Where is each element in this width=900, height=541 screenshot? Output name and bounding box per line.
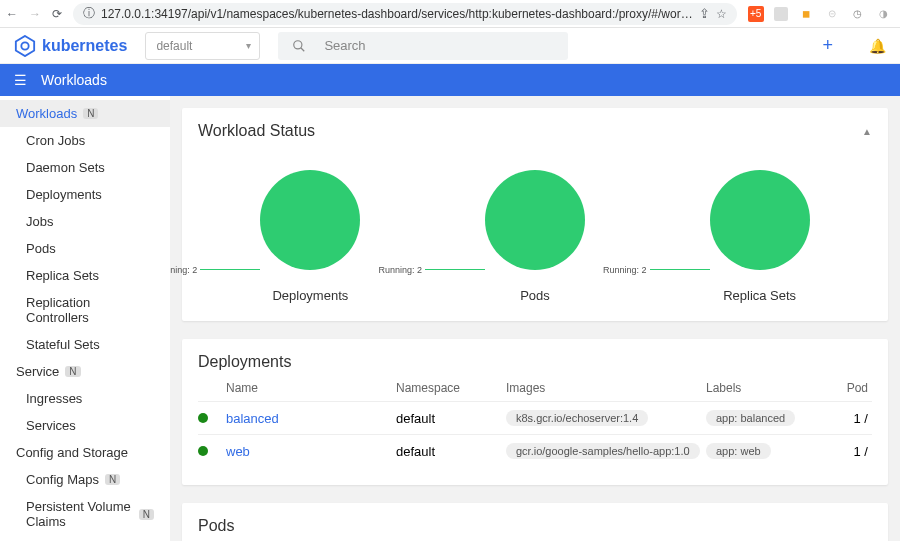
card-title: Pods [198, 517, 234, 535]
ext-icon[interactable]: ◷ [850, 6, 866, 22]
url-bar[interactable]: ⓘ 127.0.0.1:34197/api/v1/namespaces/kube… [73, 3, 737, 25]
brand[interactable]: kubernetes [14, 35, 127, 57]
status-dot-icon [198, 413, 208, 423]
main-content: Workload Status ▲ Running: 2 Deployments… [170, 96, 900, 541]
namespace-value: default [156, 39, 192, 53]
notifications-icon[interactable]: 🔔 [869, 38, 886, 54]
sidebar-item-workloads[interactable]: Workloads N [0, 100, 170, 127]
sidebar-item[interactable]: SecretsN [0, 535, 170, 541]
status-chart-deployments: Running: 2 Deployments [260, 170, 360, 303]
browser-chrome: ← → ⟳ ⓘ 127.0.0.1:34197/api/v1/namespace… [0, 0, 900, 28]
sidebar-section-config[interactable]: Config and Storage [0, 439, 170, 466]
sidebar-item[interactable]: Replication Controllers [0, 289, 170, 331]
sidebar-item[interactable]: Persistent Volume ClaimsN [0, 493, 170, 535]
search-icon [292, 39, 306, 53]
sidebar-item[interactable]: Pods [0, 235, 170, 262]
sidebar-item[interactable]: Services [0, 412, 170, 439]
ext-icon[interactable]: ◼ [798, 6, 814, 22]
status-chart-pods: Running: 2 Pods [485, 170, 585, 303]
deployment-link[interactable]: balanced [226, 411, 396, 426]
app-header: kubernetes default Search + 🔔 [0, 28, 900, 64]
search-placeholder: Search [324, 38, 365, 53]
table-header: Name Namespace Images Labels Pod [198, 371, 872, 401]
url-text: 127.0.0.1:34197/api/v1/namespaces/kubern… [101, 7, 693, 21]
sidebar-item[interactable]: Replica Sets [0, 262, 170, 289]
svg-point-1 [21, 42, 28, 49]
ext-icon[interactable] [774, 7, 788, 21]
nav-forward-icon[interactable]: → [29, 7, 41, 21]
nav-reload-icon[interactable]: ⟳ [52, 7, 62, 21]
sidebar-item[interactable]: Ingresses [0, 385, 170, 412]
namespace-select[interactable]: default [145, 32, 260, 60]
ext-badge[interactable]: +5 [748, 6, 764, 22]
sidebar-item[interactable]: Jobs [0, 208, 170, 235]
star-icon[interactable]: ☆ [716, 7, 727, 21]
create-button[interactable]: + [822, 35, 833, 56]
page-title: Workloads [41, 72, 107, 88]
svg-point-2 [294, 40, 302, 48]
sidebar-item[interactable]: Config MapsN [0, 466, 170, 493]
card-title: Deployments [198, 353, 291, 371]
share-icon[interactable]: ⇪ [699, 6, 710, 21]
deployments-card: Deployments Name Namespace Images Labels… [182, 339, 888, 485]
table-row[interactable]: web default gcr.io/google-samples/hello-… [198, 434, 872, 467]
workload-status-card: Workload Status ▲ Running: 2 Deployments… [182, 108, 888, 321]
sidebar: Workloads N Cron Jobs Daemon Sets Deploy… [0, 96, 170, 541]
status-chart-replicasets: Running: 2 Replica Sets [710, 170, 810, 303]
sidebar-item[interactable]: Deployments [0, 181, 170, 208]
sidebar-item[interactable]: Daemon Sets [0, 154, 170, 181]
svg-marker-0 [16, 35, 34, 55]
image-chip: k8s.gcr.io/echoserver:1.4 [506, 410, 648, 426]
collapse-icon[interactable]: ▲ [862, 126, 872, 137]
sidebar-item[interactable]: Cron Jobs [0, 127, 170, 154]
info-icon: ⓘ [83, 5, 95, 22]
extension-icons: +5 ◼ ⊝ ◷ ◑ ◆ Off u ★ ⋮ [748, 6, 900, 22]
deployment-link[interactable]: web [226, 444, 396, 459]
table-row[interactable]: balanced default k8s.gcr.io/echoserver:1… [198, 401, 872, 434]
kubernetes-logo-icon [14, 35, 36, 57]
image-chip: gcr.io/google-samples/hello-app:1.0 [506, 443, 700, 459]
card-title: Workload Status [198, 122, 315, 140]
page-toolbar: ☰ Workloads [0, 64, 900, 96]
brand-text: kubernetes [42, 37, 127, 55]
status-dot-icon [198, 446, 208, 456]
ext-icon[interactable]: ◑ [876, 6, 892, 22]
search-input[interactable]: Search [278, 32, 568, 60]
label-chip: app: web [706, 443, 771, 459]
sidebar-item[interactable]: Stateful Sets [0, 331, 170, 358]
ext-icon[interactable]: ⊝ [824, 6, 840, 22]
label-chip: app: balanced [706, 410, 795, 426]
sidebar-section-service[interactable]: Service N [0, 358, 170, 385]
nav-back-icon[interactable]: ← [6, 7, 18, 21]
pods-card: Pods [182, 503, 888, 541]
menu-icon[interactable]: ☰ [14, 72, 27, 88]
svg-line-3 [301, 47, 305, 51]
